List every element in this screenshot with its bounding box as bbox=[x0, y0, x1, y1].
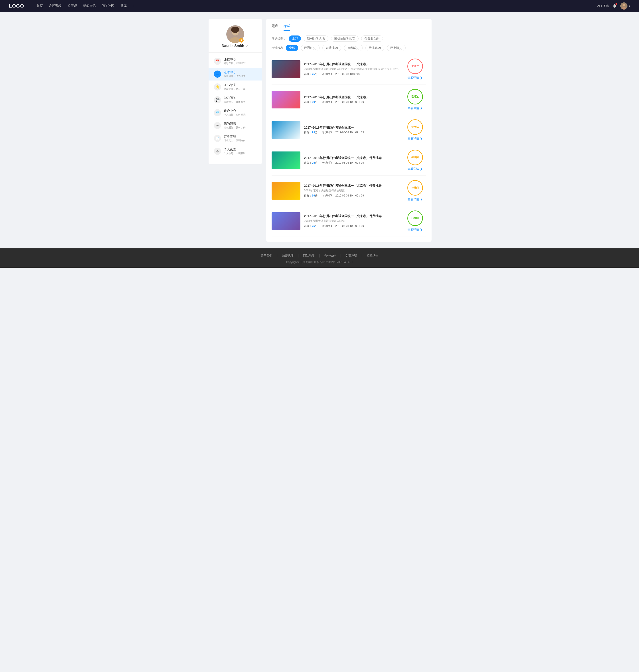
filter-status-pending[interactable]: 待考试(2) bbox=[344, 45, 363, 51]
header-right: APP下载 ▾ bbox=[597, 2, 630, 10]
notification-bell[interactable] bbox=[612, 3, 617, 9]
profile-badge bbox=[239, 38, 244, 43]
chevron-down-icon: ▾ bbox=[629, 4, 630, 7]
app-download[interactable]: APP下载 bbox=[597, 4, 609, 8]
filter-type-random[interactable]: 随机抽题考试(5) bbox=[331, 35, 359, 42]
exam-info: 2017–2018年行测证件考试全国统一（北京卷）付费批卷 2018年行测考试是… bbox=[304, 214, 401, 228]
account-icon: 💎 bbox=[214, 109, 221, 116]
sidebar-menu: 📅 课程中心 精彩课程，不容错过 ☰ 题库中心 海量习题，助力通关 ⭐ 证书荣誉… bbox=[208, 52, 262, 160]
settings-menu-title: 个人设置 bbox=[224, 147, 246, 151]
msg-menu-title: 我的消息 bbox=[224, 122, 246, 126]
exam-desc: 2018年行测考试是最值得多去研究 2018年行测考试是最值得多去研究 2018… bbox=[304, 67, 401, 71]
qbank-menu-title: 题库中心 bbox=[224, 70, 246, 74]
filter-status-passed[interactable]: 已通过(2) bbox=[301, 45, 320, 51]
filter-type-row: 考试类型： 全部 证书类考试(4) 随机抽题考试(5) 付费批卷(6) bbox=[271, 35, 426, 42]
tab-question-bank[interactable]: 题库 bbox=[271, 24, 278, 31]
view-detail-link[interactable]: 查看详情 ❯ bbox=[408, 197, 422, 202]
cert-menu-subtitle: 收获荣誉，持证上岗 bbox=[224, 87, 246, 91]
footer-link-5[interactable]: 招贤纳士 bbox=[362, 254, 383, 258]
content-tabs: 题库 考试 bbox=[271, 24, 426, 31]
filter-type-paid[interactable]: 付费批卷(6) bbox=[361, 35, 383, 42]
nav-more[interactable]: ··· bbox=[133, 4, 136, 8]
view-detail-link[interactable]: 查看详情 ❯ bbox=[408, 167, 422, 171]
tab-exam[interactable]: 考试 bbox=[283, 24, 290, 31]
main-container: Natalie Smith 📅 课程中心 精彩课程，不容错过 ☰ 题库中心 海量… bbox=[208, 19, 431, 242]
exam-item: 2017–2018年行测证件考试全国统一（北京卷）付费批卷 2018年行测考试是… bbox=[271, 206, 426, 236]
exam-meta: 得分：25分 考试时间：2019-05-03 10：09：09 bbox=[304, 161, 401, 165]
exam-info: 2017–2018年行测证件考试全国统一 得分：99分 考试时间：2019-05… bbox=[304, 126, 401, 134]
footer-link-3[interactable]: 合作伙伴 bbox=[320, 254, 340, 258]
exam-right: 已批阅 查看详情 ❯ bbox=[404, 210, 426, 232]
filter-type-certificate[interactable]: 证书类考试(4) bbox=[304, 35, 328, 42]
sidebar-item-question-bank[interactable]: ☰ 题库中心 海量习题，助力通关 bbox=[208, 68, 262, 80]
exam-info: 2017–2018年行测证件考试全国统一（北京卷） 得分：99分 考试时间：20… bbox=[304, 95, 401, 104]
sidebar-item-message[interactable]: ✉ 我的消息 消息通知、及时了解 bbox=[208, 119, 262, 132]
exam-right: 已通过 查看详情 ❯ bbox=[404, 89, 426, 110]
exam-right: 待考试 查看详情 ❯ bbox=[404, 119, 426, 141]
filter-status-reviewed[interactable]: 已批阅(2) bbox=[387, 45, 406, 51]
exam-status-stamp: 待考试 bbox=[407, 119, 423, 135]
exam-title: 2017–2018年行测证件考试全国统一（北京卷） bbox=[304, 95, 401, 99]
exam-title: 2017–2018年行测证件考试全国统一（北京卷）付费批卷 bbox=[304, 156, 401, 160]
exam-right: 未通过 查看详情 ❯ bbox=[404, 59, 426, 80]
filter-status-failed[interactable]: 未通过(2) bbox=[322, 45, 341, 51]
sidebar-item-certificate[interactable]: ⭐ 证书荣誉 收获荣誉，持证上岗 bbox=[208, 80, 262, 93]
qa-menu-subtitle: 课后重温、疑难解答 bbox=[224, 100, 246, 103]
exam-status-stamp: 待批阅 bbox=[407, 180, 423, 196]
exam-status-stamp: 已批阅 bbox=[407, 210, 423, 226]
main-nav: 首页 发现课程 公开课 新闻资讯 问答社区 题库 ··· bbox=[36, 4, 589, 8]
filter-status-reviewing[interactable]: 待批阅(2) bbox=[365, 45, 384, 51]
view-detail-link[interactable]: 查看详情 ❯ bbox=[408, 106, 422, 110]
exam-time: 考试时间：2019-05-03 10：09：09 bbox=[322, 224, 364, 228]
exam-item: 2017–2018年行测证件考试全国统一（北京卷） 得分：99分 考试时间：20… bbox=[271, 84, 426, 115]
nav-courses[interactable]: 发现课程 bbox=[49, 4, 61, 8]
exam-thumbnail bbox=[271, 182, 300, 199]
edit-profile-icon[interactable] bbox=[246, 44, 249, 47]
view-detail-link[interactable]: 查看详情 ❯ bbox=[408, 76, 422, 80]
sidebar-item-qa[interactable]: 💬 学习问答 课后重温、疑难解答 bbox=[208, 93, 262, 106]
sidebar-item-account[interactable]: 💎 账户中心 个人权益、实时掌握 bbox=[208, 106, 262, 119]
msg-menu-subtitle: 消息通知、及时了解 bbox=[224, 126, 246, 129]
exam-status-stamp: 待批阅 bbox=[407, 150, 423, 165]
footer-link-4[interactable]: 免责声明 bbox=[341, 254, 361, 258]
sidebar-item-course[interactable]: 📅 课程中心 精彩课程，不容错过 bbox=[208, 55, 262, 68]
exam-score: 得分：99分 bbox=[304, 194, 317, 197]
exam-score: 得分：25分 bbox=[304, 224, 317, 228]
logo: LOGO bbox=[9, 3, 24, 9]
exam-meta: 得分：25分 考试时间：2019-05-03 10：09：09 bbox=[304, 224, 401, 228]
exam-thumbnail bbox=[271, 60, 300, 78]
sidebar-profile: Natalie Smith bbox=[208, 19, 262, 52]
exam-desc: 2018年行测考试是最值得多去研究 bbox=[304, 219, 401, 223]
course-menu-subtitle: 精彩课程，不容错过 bbox=[224, 62, 246, 65]
nav-open-courses[interactable]: 公开课 bbox=[68, 4, 77, 8]
exam-item: 2017–2018年行测证件考试全国统一（北京卷）付费批卷 2018年行测考试是… bbox=[271, 176, 426, 206]
nav-qa[interactable]: 问答社区 bbox=[102, 4, 114, 8]
view-detail-link[interactable]: 查看详情 ❯ bbox=[408, 228, 422, 232]
footer-link-2[interactable]: 网站地图 bbox=[299, 254, 319, 258]
settings-icon: ⚙ bbox=[214, 148, 221, 155]
exam-item: 2017–2018年行测证件考试全国统一（北京卷） 2018年行测考试是最值得多… bbox=[271, 54, 426, 84]
exam-right: 待批阅 查看详情 ❯ bbox=[404, 150, 426, 171]
footer-link-0[interactable]: 关于我们 bbox=[256, 254, 277, 258]
nav-question-bank[interactable]: 题库 bbox=[121, 4, 127, 8]
exam-item: 2017–2018年行测证件考试全国统一 得分：99分 考试时间：2019-05… bbox=[271, 115, 426, 145]
nav-home[interactable]: 首页 bbox=[36, 4, 43, 8]
qbank-menu-subtitle: 海量习题，助力通关 bbox=[224, 75, 246, 78]
svg-point-1 bbox=[623, 4, 625, 6]
exam-score: 得分：25分 bbox=[304, 72, 317, 76]
footer-link-1[interactable]: 加盟代理 bbox=[278, 254, 298, 258]
exam-score: 得分：25分 bbox=[304, 161, 317, 165]
course-icon: 📅 bbox=[214, 58, 221, 65]
sidebar-item-settings[interactable]: ⚙ 个人设置 个人信息、一键管理 bbox=[208, 145, 262, 158]
exam-thumbnail bbox=[271, 212, 300, 230]
exam-info: 2017–2018年行测证件考试全国统一（北京卷）付费批卷 2018年行测考试是… bbox=[304, 184, 401, 197]
exam-desc: 2018年行测考试是最值得多去研究 bbox=[304, 189, 401, 192]
view-detail-link[interactable]: 查看详情 ❯ bbox=[408, 137, 422, 141]
footer-copyright: Copyright© 云朵商学院 版权所有 京ICP备17051340号–1 bbox=[0, 260, 639, 264]
filter-type-all[interactable]: 全部 bbox=[289, 35, 301, 42]
filter-status-all[interactable]: 全部 bbox=[286, 45, 298, 51]
sidebar-item-order[interactable]: 📄 订单管理 订单支出、明明白白 bbox=[208, 132, 262, 145]
nav-news[interactable]: 新闻资讯 bbox=[83, 4, 96, 8]
user-avatar-menu[interactable]: ▾ bbox=[620, 2, 630, 10]
content-area: 题库 考试 考试类型： 全部 证书类考试(4) 随机抽题考试(5) 付费批卷(6… bbox=[266, 19, 432, 242]
